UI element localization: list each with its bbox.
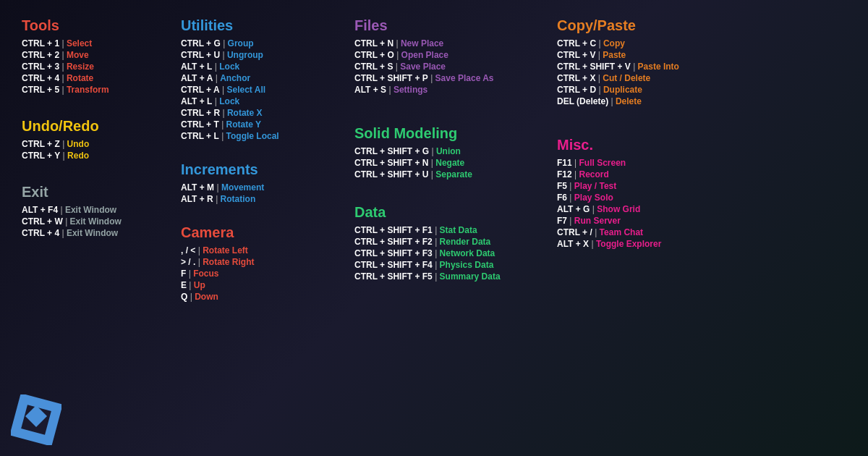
shortcut-row: ALT + G | Show Grid <box>557 204 745 214</box>
shortcut-row: CTRL + SHIFT + F5 | Summary Data <box>354 271 542 282</box>
shortcut-row: CTRL + SHIFT + F2 | Render Data <box>354 237 542 247</box>
utilities-title: Utilities <box>181 17 340 34</box>
shortcut-row: CTRL + U | Ungroup <box>181 50 340 60</box>
utilities-section: Utilities CTRL + G | Group CTRL + U | Un… <box>174 13 347 147</box>
copy-paste-title: Copy/Paste <box>557 17 745 34</box>
shortcut-row: CTRL + A | Select All <box>181 85 340 95</box>
shortcut-row: Q | Down <box>181 292 340 302</box>
misc-title: Misc. <box>557 137 745 153</box>
shortcut-row: CTRL + SHIFT + V | Paste Into <box>557 62 745 72</box>
solid-modeling-title: Solid Modeling <box>354 125 542 142</box>
shortcut-row: CTRL + SHIFT + P | Save Place As <box>354 73 542 83</box>
roblox-logo <box>11 394 61 445</box>
shortcut-row: CTRL + 1 | Select <box>22 38 166 48</box>
shortcut-row: CTRL + SHIFT + G | Union <box>354 146 542 156</box>
shortcut-row: CTRL + SHIFT + N | Negate <box>354 158 542 168</box>
camera-title: Camera <box>181 224 340 241</box>
files-title: Files <box>354 17 542 34</box>
shortcut-row: CTRL + 3 | Resize <box>22 62 166 72</box>
shortcut-row: CTRL + SHIFT + F4 | Physics Data <box>354 260 542 270</box>
shortcut-row: DEL (Delete) | Delete <box>557 96 745 106</box>
shortcut-row: CTRL + X | Cut / Delete <box>557 73 745 83</box>
shortcut-row: F12 | Record <box>557 169 745 180</box>
shortcut-row: F | Focus <box>181 269 340 279</box>
shortcut-row: ALT + F4 | Exit Window <box>22 205 166 215</box>
shortcut-row: E | Up <box>181 280 340 290</box>
shortcut-row: CTRL + T | Rotate Y <box>181 119 340 130</box>
shortcut-row: CTRL + 4 | Exit Window <box>22 228 166 238</box>
shortcut-row: , / < | Rotate Left <box>181 245 340 256</box>
shortcut-row: CTRL + W | Exit Window <box>22 216 166 227</box>
shortcut-row: ALT + X | Toggle Explorer <box>557 239 745 249</box>
shortcut-row: CTRL + 2 | Move <box>22 50 166 60</box>
shortcut-row: ALT + L | Lock <box>181 96 340 106</box>
shortcut-row: CTRL + C | Copy <box>557 38 745 48</box>
shortcut-row: > / . | Rotate Right <box>181 257 340 267</box>
shortcut-row: CTRL + L | Toggle Local <box>181 131 340 141</box>
shortcut-row: CTRL + O | Open Place <box>354 50 542 60</box>
shortcut-row: ALT + M | Movement <box>181 182 340 193</box>
shortcut-row: CTRL + G | Group <box>181 38 340 48</box>
shortcut-row: CTRL + S | Save Place <box>354 62 542 72</box>
shortcut-row: F7 | Run Server <box>557 216 745 226</box>
shortcut-row: CTRL + SHIFT + F1 | Stat Data <box>354 225 542 235</box>
shortcut-row: CTRL + D | Duplicate <box>557 85 745 95</box>
increments-section: Increments ALT + M | Movement ALT + R | … <box>174 157 347 210</box>
solid-modeling-section: Solid Modeling CTRL + SHIFT + G | Union … <box>347 121 550 185</box>
shortcut-row: CTRL + 5 | Transform <box>22 85 166 95</box>
exit-title: Exit <box>22 184 166 200</box>
shortcut-row: ALT + R | Rotation <box>181 194 340 204</box>
data-title: Data <box>354 204 542 221</box>
tools-title: Tools <box>22 17 166 34</box>
shortcut-row: CTRL + N | New Place <box>354 38 542 48</box>
shortcut-row: CTRL + Z | Undo <box>22 139 166 149</box>
tools-section: Tools CTRL + 1 | Select CTRL + 2 | Move … <box>14 13 174 101</box>
undo-redo-title: Undo/Redo <box>22 118 166 135</box>
shortcut-row: CTRL + R | Rotate X <box>181 108 340 118</box>
shortcut-row: CTRL + 4 | Rotate <box>22 73 166 83</box>
increments-title: Increments <box>181 161 340 178</box>
shortcut-row: F5 | Play / Test <box>557 181 745 191</box>
shortcut-row: ALT + A | Anchor <box>181 73 340 83</box>
shortcut-row: F11 | Full Screen <box>557 158 745 168</box>
shortcut-row: CTRL + V | Paste <box>557 50 745 60</box>
shortcut-row: ALT + L | Lock <box>181 62 340 72</box>
misc-section: Misc. F11 | Full Screen F12 | Record F5 … <box>550 132 752 255</box>
shortcut-row: F6 | Play Solo <box>557 193 745 203</box>
copy-paste-section: Copy/Paste CTRL + C | Copy CTRL + V | Pa… <box>550 13 752 112</box>
camera-section: Camera , / < | Rotate Left > / . | Rotat… <box>174 220 347 308</box>
shortcut-row: CTRL + SHIFT + U | Separate <box>354 169 542 180</box>
shortcut-row: ALT + S | Settings <box>354 85 542 95</box>
exit-section: Exit ALT + F4 | Exit Window CTRL + W | E… <box>14 180 174 244</box>
data-section: Data CTRL + SHIFT + F1 | Stat Data CTRL … <box>347 200 550 287</box>
undo-redo-section: Undo/Redo CTRL + Z | Undo CTRL + Y | Red… <box>14 114 174 166</box>
shortcut-row: CTRL + / | Team Chat <box>557 227 745 237</box>
files-section: Files CTRL + N | New Place CTRL + O | Op… <box>347 13 550 101</box>
shortcut-row: CTRL + SHIFT + F3 | Network Data <box>354 248 542 258</box>
shortcut-row: CTRL + Y | Redo <box>22 151 166 161</box>
